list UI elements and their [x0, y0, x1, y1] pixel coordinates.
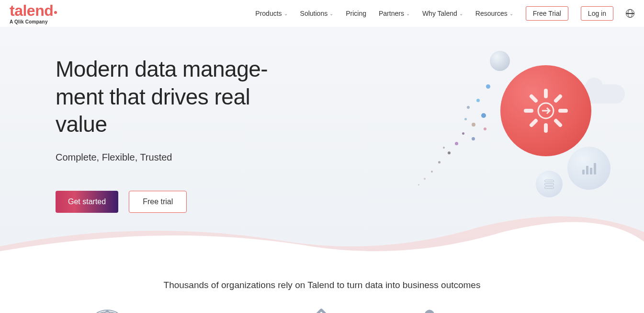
chevron-down-icon: ⌄ — [459, 11, 463, 16]
site-header: talend A Qlik Company Products⌄ Solution… — [0, 0, 644, 27]
hero-illustration — [400, 46, 630, 209]
nav-resources[interactable]: Resources⌄ — [475, 10, 513, 17]
chevron-down-icon: ⌄ — [284, 11, 288, 16]
nav-products[interactable]: Products⌄ — [255, 10, 287, 17]
chevron-down-icon: ⌄ — [509, 11, 513, 16]
logo-text: talend — [10, 3, 58, 18]
sphere-icon — [490, 51, 510, 71]
chevron-down-icon: ⌄ — [406, 11, 410, 16]
logo-dominos: Domino's — [303, 311, 339, 313]
hero-title: Modern data manage- ment that drives rea… — [56, 56, 305, 139]
nav-why-talend[interactable]: Why Talend⌄ — [422, 10, 463, 17]
social-proof-headline: Thousands of organizations rely on Talen… — [10, 280, 634, 290]
logo[interactable]: talend A Qlik Company — [10, 3, 58, 24]
database-circle-icon — [536, 171, 563, 197]
customer-logos: TOYOTA Lenovo Domino's ABInBev ebay — [40, 310, 605, 313]
logo-subtext: A Qlik Company — [10, 19, 48, 24]
hero-section: Modern data manage- ment that drives rea… — [0, 27, 644, 256]
logo-abinbev: ABInBev — [406, 310, 453, 313]
log-in-button[interactable]: Log in — [581, 6, 613, 21]
particle-dots — [409, 80, 505, 195]
social-proof-section: Thousands of organizations rely on Talen… — [0, 256, 644, 313]
bars-icon — [582, 162, 596, 174]
main-nav: Products⌄ Solutions⌄ Pricing Partners⌄ W… — [255, 6, 634, 21]
nav-solutions[interactable]: Solutions⌄ — [300, 10, 334, 17]
free-trial-button[interactable]: Free Trial — [526, 6, 568, 21]
nav-partners[interactable]: Partners⌄ — [379, 10, 410, 17]
nav-pricing[interactable]: Pricing — [346, 10, 366, 17]
wave-decoration — [0, 208, 644, 256]
gear-icon — [522, 87, 570, 135]
gear-circle — [500, 65, 591, 156]
chevron-down-icon: ⌄ — [329, 11, 333, 16]
database-icon — [544, 180, 554, 189]
globe-icon[interactable] — [626, 9, 634, 18]
logo-toyota: TOYOTA — [91, 310, 123, 313]
chart-circle-icon — [567, 147, 610, 190]
